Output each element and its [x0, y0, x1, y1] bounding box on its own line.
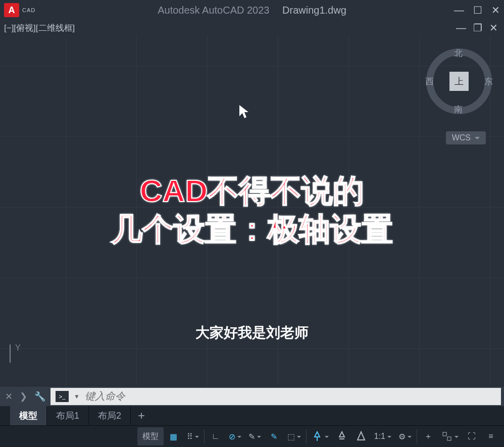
- snap-toggle-icon[interactable]: ⠿: [184, 427, 202, 445]
- command-input[interactable]: [85, 390, 496, 402]
- viewport-header: [−][俯视][二维线框] — ❐ ✕: [0, 20, 504, 35]
- layout-icon[interactable]: [438, 427, 462, 445]
- command-prompt-icon: >_: [56, 391, 69, 402]
- doc-maximize-button[interactable]: ❐: [473, 22, 482, 34]
- separator: [204, 429, 205, 443]
- command-dropdown-icon[interactable]: ▼: [74, 393, 80, 400]
- viewcube-east[interactable]: 东: [484, 76, 493, 87]
- product-name: Autodesk AutoCAD 2023: [158, 5, 269, 16]
- tab-model[interactable]: 模型: [10, 406, 47, 425]
- fullscreen-icon[interactable]: ⛶: [463, 427, 481, 445]
- tab-add-button[interactable]: +: [131, 406, 152, 425]
- viewcube-north[interactable]: 北: [454, 47, 463, 59]
- iso-toggle-icon[interactable]: ⬚: [284, 427, 304, 445]
- file-name: Drawing1.dwg: [282, 5, 346, 16]
- separator: [306, 429, 307, 443]
- tab-layout2[interactable]: 布局2: [89, 406, 131, 425]
- view-label[interactable]: [−][俯视][二维线框]: [4, 22, 75, 34]
- doc-close-button[interactable]: ✕: [489, 22, 498, 34]
- maximize-button[interactable]: ☐: [473, 4, 482, 16]
- dyn-input-icon[interactable]: [309, 427, 332, 445]
- ortho-toggle-icon[interactable]: ∟: [207, 427, 225, 445]
- wcs-dropdown[interactable]: WCS: [446, 131, 486, 144]
- app-tag: CAD: [22, 7, 35, 13]
- wcs-label: WCS: [452, 133, 471, 142]
- overlay-line2: 几个设置：极轴设置: [0, 210, 504, 249]
- command-close-icon[interactable]: ✕: [3, 391, 15, 402]
- viewcube-top-face[interactable]: 上: [449, 72, 469, 91]
- viewcube-west[interactable]: 西: [425, 76, 434, 87]
- separator: [417, 429, 417, 443]
- app-icon[interactable]: A: [4, 3, 19, 17]
- viewcube-south[interactable]: 南: [454, 104, 463, 115]
- status-model-button[interactable]: 模型: [137, 427, 164, 445]
- svg-rect-2: [443, 432, 446, 436]
- window-title: Autodesk AutoCAD 2023 Drawing1.dwg: [158, 5, 346, 16]
- gear-icon[interactable]: ⚙: [395, 427, 415, 445]
- window-controls: — ☐ ✕: [454, 4, 500, 16]
- add-icon[interactable]: ＋: [419, 427, 437, 445]
- transparency-icon[interactable]: [352, 427, 370, 445]
- ucs-icon: Y: [7, 343, 29, 366]
- drawing-canvas[interactable]: 上 北 南 西 东 WCS Y CAD不得不说的 几个设置：极轴设置 大家好我是…: [0, 35, 504, 386]
- document-controls: — ❐ ✕: [456, 22, 498, 34]
- minimize-button[interactable]: —: [454, 5, 464, 16]
- viewcube[interactable]: 上 北 南 西 东: [426, 48, 492, 114]
- layout-tabs: 模型 布局1 布局2 +: [0, 406, 504, 425]
- scale-dropdown[interactable]: 1:1: [371, 427, 394, 445]
- command-wrench-icon[interactable]: 🔧: [32, 391, 47, 402]
- otrack-toggle-icon[interactable]: ✎: [265, 427, 283, 445]
- tab-layout1[interactable]: 布局1: [47, 406, 89, 425]
- cursor-icon: [238, 104, 249, 119]
- grid-toggle-icon[interactable]: ▦: [165, 427, 183, 445]
- video-subtitle: 大家好我是刘老师: [0, 323, 504, 342]
- command-input-wrap[interactable]: >_ ▼: [51, 388, 501, 405]
- command-chevron-icon[interactable]: ❯: [18, 391, 29, 402]
- osnap-toggle-icon[interactable]: ✎: [245, 427, 264, 445]
- command-bar: ✕ ❯ 🔧 >_ ▼: [0, 386, 504, 406]
- lineweight-icon[interactable]: [333, 427, 351, 445]
- svg-text:Y: Y: [15, 343, 21, 352]
- polar-toggle-icon[interactable]: ⊘: [226, 427, 244, 445]
- close-button[interactable]: ✕: [491, 4, 500, 16]
- menu-icon[interactable]: ≡: [482, 427, 500, 445]
- doc-minimize-button[interactable]: —: [456, 22, 466, 34]
- overlay-line1: CAD不得不说的: [0, 172, 504, 210]
- svg-rect-3: [447, 437, 451, 440]
- title-bar: A CAD Autodesk AutoCAD 2023 Drawing1.dwg…: [0, 0, 504, 20]
- video-title-overlay: CAD不得不说的 几个设置：极轴设置: [0, 172, 504, 248]
- status-bar: 模型 ▦ ⠿ ∟ ⊘ ✎ ✎ ⬚ 1:1 ⚙ ＋ ⛶ ≡: [0, 425, 504, 447]
